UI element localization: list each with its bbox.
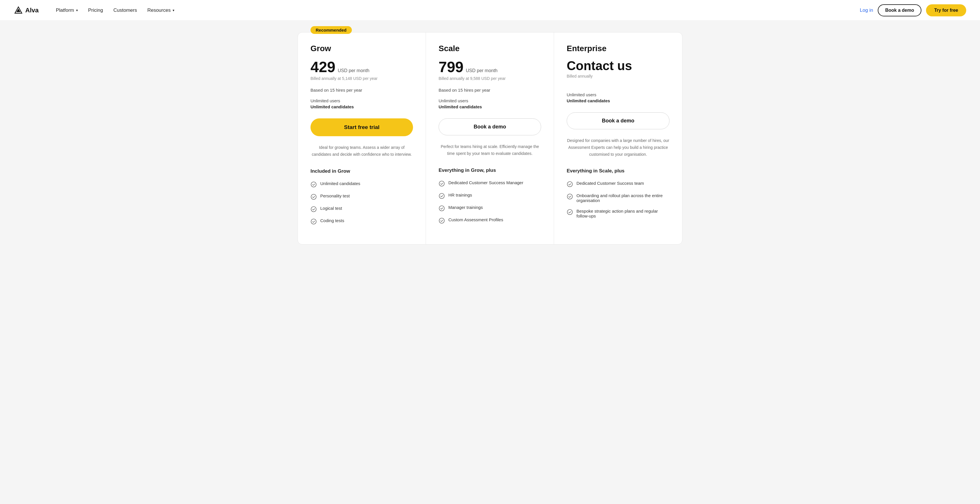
list-item: Custom Assessment Profiles <box>439 217 541 224</box>
nav-platform[interactable]: Platform ▾ <box>56 8 78 13</box>
svg-point-11 <box>567 194 573 199</box>
list-item: Manager trainings <box>439 205 541 212</box>
svg-point-2 <box>311 182 316 187</box>
plan-grow-price: 429 <box>310 59 336 75</box>
nav-actions: Log in Book a demo Try for free <box>860 4 966 16</box>
feature-check-icon <box>310 206 317 212</box>
scale-book-demo-button[interactable]: Book a demo <box>439 118 541 136</box>
plan-grow-candidates: Unlimited candidates <box>310 104 413 109</box>
plan-grow-description: Ideal for growing teams. Assess a wider … <box>310 144 413 158</box>
feature-check-icon <box>439 180 445 187</box>
plan-enterprise-features-title: Everything in Scale, plus <box>567 168 670 174</box>
plan-enterprise-price: Contact us <box>567 59 632 72</box>
login-button[interactable]: Log in <box>860 8 873 13</box>
plan-enterprise: Enterprise Contact us Billed annually Un… <box>554 32 682 244</box>
plan-grow-users: Unlimited users <box>310 98 413 103</box>
plan-grow-features-title: Included in Grow <box>310 168 413 174</box>
svg-point-9 <box>439 218 444 223</box>
svg-point-10 <box>567 182 573 187</box>
list-item: Dedicated Customer Success team <box>567 181 670 187</box>
list-item: HR trainings <box>439 193 541 199</box>
logo[interactable]: Alva <box>14 6 38 15</box>
plan-grow-billed: Billed annually at 5,148 USD per year <box>310 76 413 81</box>
plan-scale-users: Unlimited users <box>439 98 541 103</box>
svg-point-3 <box>311 194 316 199</box>
start-free-trial-button[interactable]: Start free trial <box>310 118 413 136</box>
feature-check-icon <box>439 193 445 199</box>
plan-scale-description: Perfect for teams hiring at scale. Effic… <box>439 144 541 157</box>
plan-scale-billed: Billed annually at 9,588 USD per year <box>439 76 541 81</box>
svg-point-4 <box>311 207 316 212</box>
svg-point-5 <box>311 219 316 224</box>
nav-resources[interactable]: Resources ▾ <box>147 8 174 13</box>
plan-scale-features-title: Everything in Grow, plus <box>439 167 541 173</box>
logo-text: Alva <box>25 6 38 14</box>
plan-enterprise-candidates: Unlimited candidates <box>567 98 670 103</box>
plan-scale: Scale 799 USD per month Billed annually … <box>426 32 554 244</box>
feature-check-icon <box>439 205 445 212</box>
feature-check-icon <box>567 193 573 200</box>
svg-point-12 <box>567 209 573 215</box>
list-item: Personality test <box>310 193 413 200</box>
nav-links: Platform ▾ Pricing Customers Resources ▾ <box>56 8 860 13</box>
enterprise-book-demo-button[interactable]: Book a demo <box>567 112 670 129</box>
feature-check-icon <box>310 219 317 225</box>
list-item: Onboarding and rollout plan across the e… <box>567 193 670 203</box>
svg-point-7 <box>439 193 444 199</box>
list-item: Bespoke strategic action plans and regul… <box>567 209 670 219</box>
plan-scale-price: 799 <box>439 59 464 75</box>
feature-check-icon <box>567 209 573 215</box>
plan-enterprise-description: Designed for companies with a large numb… <box>567 137 670 158</box>
feature-check-icon <box>310 194 317 200</box>
pricing-grid: Recommended Grow 429 USD per month Bille… <box>298 32 682 244</box>
feature-check-icon <box>310 181 317 188</box>
platform-chevron-icon: ▾ <box>76 8 78 12</box>
recommended-badge: Recommended <box>310 26 352 34</box>
plan-scale-hires: Based on 15 hires per year <box>439 88 541 93</box>
list-item: Coding tests <box>310 218 413 225</box>
nav-pricing[interactable]: Pricing <box>88 8 103 13</box>
feature-check-icon <box>567 181 573 187</box>
plan-grow: Recommended Grow 429 USD per month Bille… <box>298 32 426 244</box>
list-item: Unlimited candidates <box>310 181 413 188</box>
plan-enterprise-name: Enterprise <box>567 44 670 53</box>
plan-scale-name: Scale <box>439 44 541 53</box>
svg-point-8 <box>439 206 444 211</box>
plan-grow-hires: Based on 15 hires per year <box>310 88 413 93</box>
plan-grow-name: Grow <box>310 44 413 53</box>
svg-point-6 <box>439 181 444 186</box>
nav-customers[interactable]: Customers <box>113 8 137 13</box>
try-free-button[interactable]: Try for free <box>926 4 966 16</box>
plan-enterprise-users: Unlimited users <box>567 92 670 97</box>
plan-enterprise-billed: Billed annually <box>567 74 670 78</box>
book-demo-nav-button[interactable]: Book a demo <box>878 4 921 16</box>
plan-scale-price-unit: USD per month <box>466 68 498 73</box>
feature-check-icon <box>439 217 445 224</box>
plan-scale-candidates: Unlimited candidates <box>439 104 541 109</box>
plan-grow-price-unit: USD per month <box>338 68 369 73</box>
list-item: Logical test <box>310 206 413 212</box>
list-item: Dedicated Customer Success Manager <box>439 180 541 187</box>
resources-chevron-icon: ▾ <box>173 8 174 12</box>
